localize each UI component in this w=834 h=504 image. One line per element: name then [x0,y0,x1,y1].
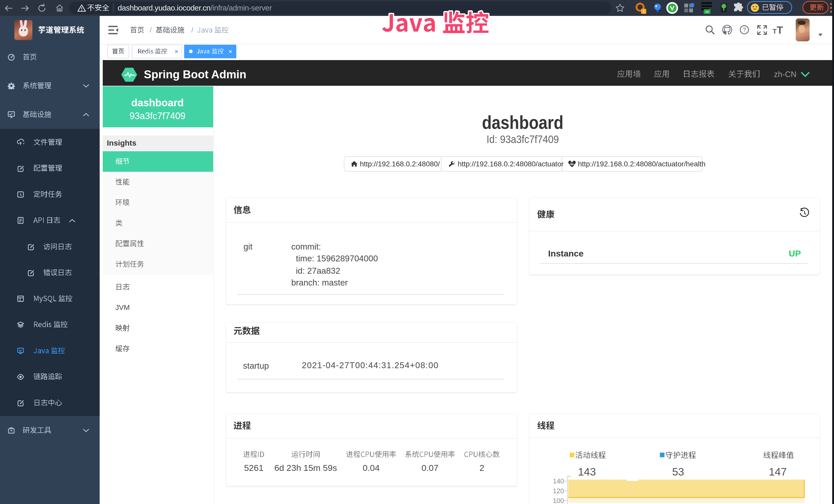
svg-text:?: ? [743,26,746,33]
svg-text:on: on [705,10,709,14]
svg-text:1: 1 [643,9,645,14]
